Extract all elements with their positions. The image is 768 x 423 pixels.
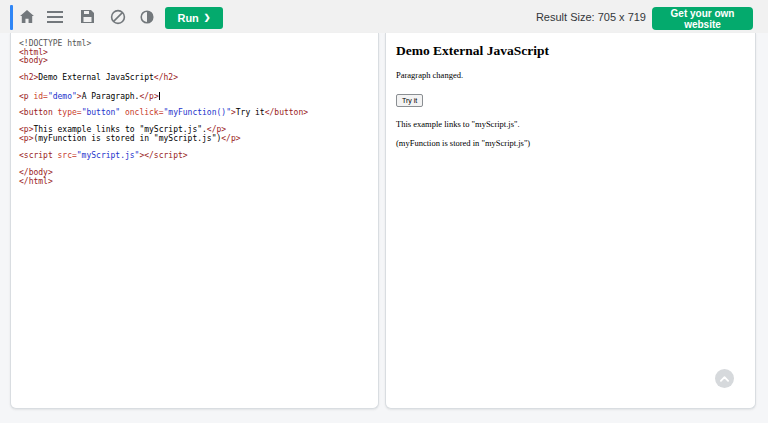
scroll-top-button[interactable] [715, 369, 734, 388]
code-token: Demo External JavaScript [38, 73, 154, 82]
code-token: <body> [19, 56, 48, 65]
code-token: <p [19, 91, 33, 100]
result-paragraph-stored: (myFunction is stored in "myScript.js") [396, 138, 745, 148]
code-line: <html> [19, 49, 374, 58]
code-token: <button [19, 108, 58, 117]
save-button[interactable] [77, 0, 97, 33]
code-token: A Paragraph. [82, 91, 140, 100]
home-icon [20, 10, 34, 23]
chevron-up-icon [720, 376, 729, 382]
menu-button[interactable] [45, 0, 65, 33]
code-token: Try it [236, 108, 265, 117]
code-line: </html> [19, 178, 374, 187]
slash-circle-icon [110, 9, 126, 25]
get-your-own-website-button[interactable]: Get your own website [652, 7, 753, 30]
code-token: "myFunction()" [164, 108, 231, 117]
code-editor-panel: <!DOCTYPE html><html><body><h2>Demo Exte… [10, 33, 379, 409]
code-line: <h2>Demo External JavaScript</h2> [19, 74, 374, 83]
code-token: "demo" [48, 91, 77, 100]
code-token: id= [33, 91, 47, 100]
code-token: </p> [221, 134, 240, 143]
code-line: </body> [19, 169, 374, 178]
result-heading: Demo External JavaScript [396, 43, 745, 59]
contrast-button[interactable] [137, 0, 157, 33]
result-paragraph-links: This example links to "myScript.js". [396, 119, 745, 129]
run-button-label: Run [177, 12, 198, 24]
code-token: type= [58, 108, 82, 117]
result-size-label: Result Size: 705 x 719 [536, 11, 646, 23]
contrast-dark-mode-icon [140, 10, 154, 24]
code-token: "button" [82, 108, 121, 117]
code-line: <!DOCTYPE html> [19, 40, 374, 49]
code-line: <button type="button" onclick="myFunctio… [19, 109, 374, 118]
try-it-button[interactable]: Try it [396, 94, 423, 107]
code-line: <script src="myScript.js"></script> [19, 152, 374, 161]
code-line: <body> [19, 57, 374, 66]
home-button[interactable] [17, 0, 37, 33]
slash-circle-button[interactable] [107, 0, 129, 33]
code-token: (myFunction is stored in "myScript.js") [33, 134, 221, 143]
chevron-right-icon: ❯ [204, 14, 211, 22]
toolbar: Run ❯ Result Size: 705 x 719 Get your ow… [0, 0, 768, 33]
code-token: </button> [265, 108, 308, 117]
code-editor[interactable]: <!DOCTYPE html><html><body><h2>Demo Exte… [11, 33, 378, 187]
code-token: </h2> [154, 73, 178, 82]
code-token: <script [19, 151, 58, 160]
code-token: "myScript.js" [77, 151, 140, 160]
code-token: </html> [19, 177, 53, 186]
code-token: ></script> [139, 151, 187, 160]
hamburger-menu-icon [47, 11, 63, 23]
code-token: src= [58, 151, 77, 160]
result-content: Demo External JavaScript Paragraph chang… [386, 33, 755, 148]
text-cursor [159, 92, 160, 100]
code-line: <p>(myFunction is stored in "myScript.js… [19, 135, 374, 144]
code-token: <h2> [19, 73, 38, 82]
left-accent-bar [10, 5, 13, 30]
code-line: <p id="demo">A Paragraph.</p> [19, 92, 374, 101]
code-token: </p> [139, 91, 158, 100]
floppy-save-icon [81, 10, 94, 23]
result-panel: Demo External JavaScript Paragraph chang… [385, 33, 756, 409]
run-button[interactable]: Run ❯ [165, 7, 223, 29]
code-token: onclick= [120, 108, 163, 117]
result-paragraph-changed: Paragraph changed. [396, 70, 745, 80]
code-line [19, 161, 374, 170]
code-token: <p> [19, 134, 33, 143]
